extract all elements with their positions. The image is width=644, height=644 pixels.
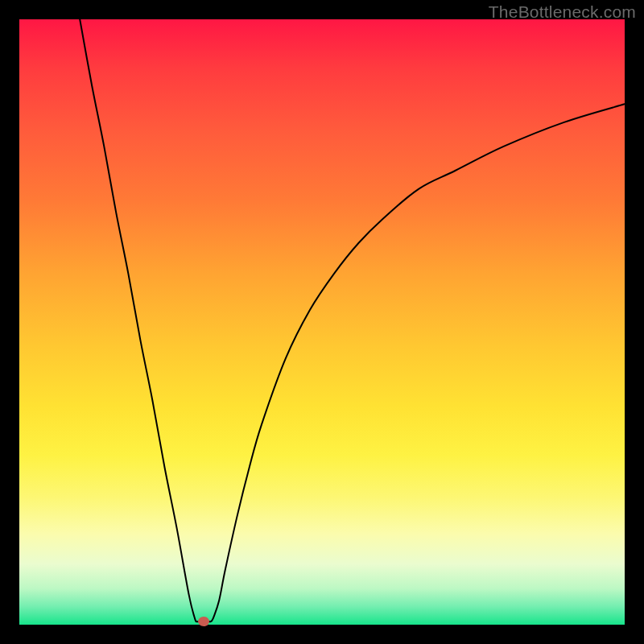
bottleneck-curve [19, 19, 625, 625]
plot-area [19, 19, 625, 625]
curve-minimum-marker [198, 617, 209, 626]
chart-frame: TheBottleneck.com [0, 0, 644, 644]
